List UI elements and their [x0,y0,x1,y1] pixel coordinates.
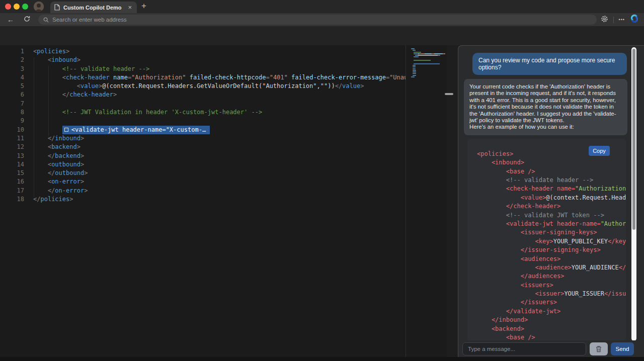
code-line[interactable]: 7 [0,100,406,108]
profile-avatar[interactable] [34,2,44,12]
code-line[interactable]: 18</policies> [0,195,406,204]
minimap-line [411,70,445,71]
code-line[interactable]: 10<validate-jwt header-name="X-custom-… [0,126,406,134]
code-editor[interactable]: 1<policies>2<inbound>3<!-- validate head… [0,45,406,357]
close-tab-icon[interactable]: × [127,4,133,11]
copy-button[interactable]: Copy [589,146,610,156]
code-line[interactable]: </validate-jwt> [477,307,626,316]
line-number: 1 [0,47,24,56]
browser-window: Custom Copilot Demo × + ← Search or ente… [0,0,644,361]
browser-tab-bar: Custom Copilot Demo × + [0,0,644,13]
code-line[interactable]: <audiences> [477,255,626,263]
code-line[interactable]: 14<outbound> [0,160,406,169]
zoom-window-button[interactable] [22,4,28,10]
code-line[interactable]: 6</check-header> [0,91,406,99]
code-line[interactable]: 16<on-error> [0,177,406,186]
code-line[interactable]: 1<policies> [0,47,406,56]
code-line[interactable]: <issuers> [477,281,626,290]
code-line[interactable]: <backend> [477,325,626,333]
code-line[interactable]: <base /> [477,167,626,176]
code-line[interactable]: 17</on-error> [0,187,406,195]
line-number: 4 [0,73,24,82]
code-line[interactable]: 2<inbound> [0,56,406,64]
code-line[interactable]: <!-- validate JWT token --> [477,211,626,220]
line-number: 6 [0,91,24,99]
code-line[interactable]: 15</outbound> [0,169,406,177]
browser-tab[interactable]: Custom Copilot Demo × [50,2,137,13]
minimap-line [411,50,445,51]
code-line[interactable]: 11</inbound> [0,134,406,143]
minimap-line [411,55,445,56]
line-number: 2 [0,56,24,64]
tab-title: Custom Copilot Demo [63,5,127,11]
chat-scrollbar-thumb[interactable] [632,49,635,230]
code-line[interactable]: </inbound> [477,316,626,324]
line-number: 3 [0,65,24,73]
avatar-person-icon [34,2,44,12]
minimap-line [411,52,445,53]
code-line[interactable]: <key>YOUR_PUBLIC_KEY</key> [477,237,626,246]
code-line[interactable]: <inbound> [477,158,626,167]
split-resize-handle[interactable] [445,93,453,95]
code-line[interactable]: <check-header name="Authorization" faile… [477,185,626,193]
line-number: 16 [0,177,24,186]
code-line[interactable]: 12<backend> [0,143,406,151]
new-tab-button[interactable]: + [141,1,146,11]
refresh-button[interactable] [20,16,33,24]
document-icon [54,4,60,11]
code-line[interactable]: <!-- validate header --> [477,176,626,185]
copilot-icon[interactable] [630,14,639,25]
inline-suggestion-selection[interactable]: <validate-jwt header-name="X-custom-… [62,126,210,134]
line-number: 10 [0,126,24,134]
code-line[interactable]: <validate-jwt header-name="Authorization… [477,220,626,228]
code-line[interactable]: <audience>YOUR_AUDIENCE</audience> [477,263,626,272]
assistant-message-bubble: Your current code checks if the 'Authori… [464,79,627,135]
address-bar[interactable]: Search or enter web address [38,15,597,25]
assistant-paragraph: Your current code checks if the 'Authori… [469,83,622,124]
minimap-line [411,61,445,62]
minimize-window-button[interactable] [14,4,20,10]
code-line[interactable]: <value>@(context.Request.Headers.GetValu… [477,194,626,202]
code-line[interactable]: 5<value>@(context.Request.Headers.GetVal… [0,82,406,91]
code-line[interactable]: 4<check-header name="Authorization" fail… [0,73,406,82]
close-window-button[interactable] [5,4,11,10]
line-number: 15 [0,169,24,177]
assistant-paragraph: Here's an example of how you can use it: [469,124,622,130]
chat-scrollbar[interactable] [631,47,636,341]
line-number: 18 [0,195,24,204]
more-menu-button[interactable]: ••• [619,17,625,22]
code-line[interactable]: 3<!-- validate header --> [0,65,406,73]
send-button[interactable]: Send [611,342,634,355]
settings-gear-icon[interactable] [601,15,608,25]
code-line[interactable]: <issuer>YOUR_ISSUER</issuer> [477,290,626,298]
code-line[interactable]: 8<!-- JWT Validation in header 'X-custom… [0,108,406,117]
minimap-line [411,65,445,66]
user-message-bubble: Can you review my code and propose more … [472,53,627,75]
code-line[interactable]: </check-header> [477,202,626,211]
chat-input-row: Send [458,340,644,357]
toolbar-right-icons: ••• [601,13,644,26]
code-line[interactable]: 9 [0,117,406,125]
line-number: 14 [0,160,24,169]
minimap-line [411,66,445,67]
clear-chat-button[interactable] [590,342,608,355]
chat-code-block: Copy <policies><inbound><base /><!-- val… [467,139,626,357]
code-line[interactable]: </issuer-signing-keys> [477,246,626,254]
line-number: 13 [0,152,24,160]
chat-message-input[interactable] [462,342,586,355]
suggestion-checkbox-icon[interactable] [64,128,68,132]
line-number: 9 [0,117,24,125]
search-icon [43,17,49,23]
window-bottom-edge [0,357,644,361]
toolbar-divider [613,17,614,23]
back-button[interactable]: ← [4,16,17,24]
code-line[interactable]: <issuer-signing-keys> [477,228,626,237]
code-line[interactable]: 13</backend> [0,152,406,160]
minimap-line [411,56,445,57]
minimap-line [411,48,445,49]
code-line[interactable]: </issuers> [477,298,626,307]
minimap-line [411,63,445,64]
minimap[interactable] [411,48,445,78]
code-line[interactable]: </audiences> [477,272,626,281]
trash-icon [596,345,602,352]
